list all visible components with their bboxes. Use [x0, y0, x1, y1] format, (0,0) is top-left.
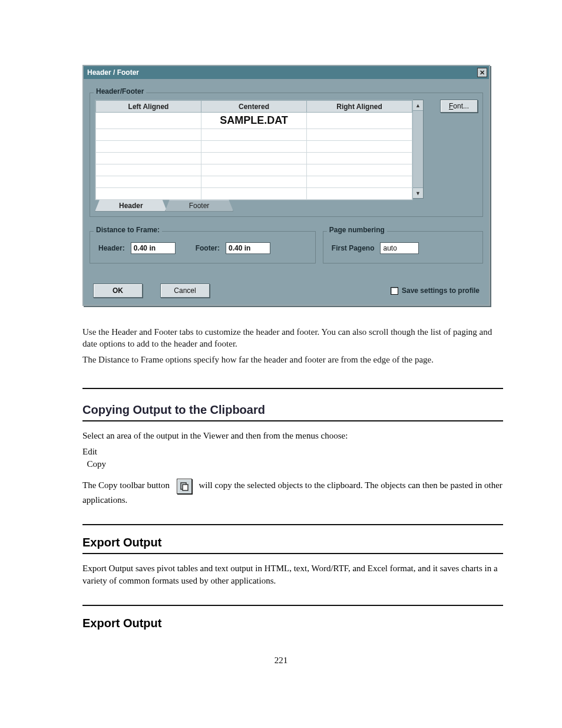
grid-row[interactable] [96, 164, 412, 176]
grid-row[interactable] [96, 153, 412, 164]
dialog-title: Header / Footer [87, 68, 139, 77]
cancel-label: Cancel [174, 286, 196, 295]
hf-tabs: Header Footer [95, 200, 435, 212]
copy-toolbar-icon [177, 479, 192, 494]
paragraph: Export Output saves pivot tables and tex… [82, 562, 503, 587]
distance-header-input[interactable]: 0.40 in [131, 242, 176, 254]
cancel-button[interactable]: Cancel [160, 284, 210, 298]
font-button[interactable]: Font... [440, 100, 478, 113]
font-button-accel: F [449, 102, 453, 110]
grid-row[interactable] [96, 141, 412, 153]
paragraph: The Distance to Frame options specify ho… [82, 354, 503, 365]
dialog-titlebar: Header / Footer ✕ [84, 66, 489, 79]
col-center: Centered [201, 101, 307, 113]
grid-scrollbar[interactable]: ▲ ▼ [413, 100, 424, 199]
doc-body: Use the Header and Footer tabs to custom… [82, 326, 503, 365]
col-right: Right Aligned [307, 101, 412, 113]
ok-button[interactable]: OK [93, 284, 143, 298]
grid-row[interactable]: SAMPLE.DAT [96, 113, 412, 129]
menu-path: Edit Copy [82, 446, 503, 470]
tab-header[interactable]: Header [95, 200, 167, 212]
menu-copy: Copy [87, 459, 107, 469]
grid-row[interactable] [96, 188, 412, 200]
group-header-footer-legend: Header/Footer [94, 87, 146, 95]
grid-row[interactable] [96, 129, 412, 141]
paragraph: Select an area of the output in the View… [82, 430, 503, 442]
first-pageno-label: First Pageno [332, 244, 375, 252]
scroll-up-icon[interactable]: ▲ [413, 100, 423, 111]
sample-cell[interactable]: SAMPLE.DAT [201, 113, 307, 129]
group-page-numbering: Page numbering First Pageno auto [323, 231, 483, 263]
scroll-down-icon[interactable]: ▼ [413, 187, 423, 198]
paragraph-with-icon: The Copy toolbar button will copy the se… [82, 479, 503, 506]
group-page-legend: Page numbering [327, 226, 387, 234]
heading-export-2: Export Output [82, 605, 503, 630]
distance-footer-value: 0.40 in [229, 244, 250, 252]
distance-footer-input[interactable]: 0.40 in [226, 242, 270, 254]
font-button-rest: ont... [453, 102, 469, 110]
tab-header-label: Header [119, 202, 143, 210]
ok-label: OK [113, 286, 123, 295]
close-icon: ✕ [480, 69, 485, 77]
save-settings-label: Save settings to profile [402, 286, 480, 295]
menu-edit: Edit [82, 447, 97, 456]
tab-footer[interactable]: Footer [165, 200, 234, 212]
heading-clipboard: Copying Output to the Clipboard [82, 388, 503, 421]
save-settings-checkbox[interactable]: Save settings to profile [391, 286, 480, 295]
tab-footer-label: Footer [189, 202, 210, 210]
distance-footer-label: Footer: [196, 244, 220, 252]
group-distance-legend: Distance to Frame: [94, 226, 162, 234]
header-footer-dialog: Header / Footer ✕ Header/Footer Left Ali… [82, 65, 490, 306]
close-button[interactable]: ✕ [477, 68, 487, 77]
heading-export-1: Export Output [82, 524, 503, 554]
header-footer-grid[interactable]: Left Aligned Centered Right Aligned SAMP… [95, 100, 413, 200]
paragraph: Use the Header and Footer tabs to custom… [82, 326, 503, 350]
scroll-track[interactable] [413, 111, 423, 187]
checkbox-icon [391, 287, 398, 295]
svg-rect-1 [183, 485, 188, 490]
group-distance: Distance to Frame: Header: 0.40 in Foote… [90, 231, 316, 263]
page-number: 221 [275, 655, 288, 666]
p5-pre: The Copy toolbar button [82, 480, 170, 490]
col-left: Left Aligned [96, 101, 201, 113]
grid-row[interactable] [96, 176, 412, 188]
distance-header-value: 0.40 in [134, 244, 156, 252]
first-pageno-value: auto [383, 244, 396, 252]
group-header-footer: Header/Footer Left Aligned Centered Righ… [90, 93, 483, 217]
first-pageno-input[interactable]: auto [380, 242, 419, 254]
distance-header-label: Header: [98, 244, 125, 252]
